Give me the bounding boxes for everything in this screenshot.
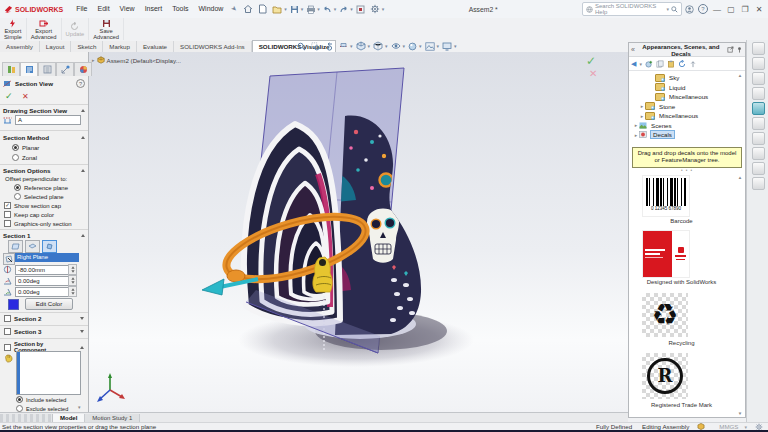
collapse-pane-icon[interactable]: « (631, 46, 635, 53)
confirm-cancel-button[interactable]: ✕ (589, 68, 597, 79)
menu-view[interactable]: View (115, 0, 140, 18)
offset-spinner[interactable] (68, 264, 77, 275)
status-units[interactable]: MMGS (719, 423, 738, 430)
tree-scroll-up-icon[interactable]: ▲ (736, 73, 744, 78)
help-icon[interactable]: ? (696, 0, 710, 18)
tab-configuration-manager[interactable] (38, 62, 56, 76)
x-rotation-input[interactable]: 0.00deg (15, 276, 71, 286)
tab-evaluate[interactable]: Evaluate (137, 41, 174, 52)
component-selection-list[interactable] (16, 351, 81, 395)
tab-solidworks-addins[interactable]: SOLIDWORKS Add-Ins (174, 41, 252, 52)
search-box[interactable]: Search SOLIDWORKS Help ▾ (582, 2, 682, 16)
tab-display-manager[interactable] (74, 62, 92, 76)
tree-item-scenes[interactable]: ▸Scenes (629, 121, 745, 131)
x-rotation-spinner[interactable] (68, 275, 77, 286)
add-appearance-icon[interactable] (645, 60, 653, 68)
design-library-tab[interactable] (752, 57, 765, 70)
apply-scene-icon[interactable] (425, 42, 435, 51)
open-icon[interactable] (271, 3, 284, 16)
tab-markup[interactable]: Markup (103, 41, 137, 52)
hud-caret-3[interactable]: ▾ (385, 43, 388, 49)
print-caret[interactable]: ▾ (317, 6, 320, 12)
decal-barcode[interactable]: 0 12345 67890 (642, 175, 690, 217)
tab-9[interactable] (752, 162, 765, 175)
menu-tools[interactable]: Tools (167, 0, 193, 18)
tree-item-sky[interactable]: Sky (629, 73, 745, 83)
paste-appearance-icon[interactable] (667, 60, 675, 68)
decal-registered-trade-mark[interactable]: R (642, 353, 688, 399)
tab-10[interactable] (752, 177, 765, 190)
close-button[interactable]: ✕ (752, 0, 766, 18)
save-advanced-button[interactable]: SaveAdvanced (89, 18, 124, 40)
y-rotation-spinner[interactable] (68, 286, 77, 297)
menu-file[interactable]: File (71, 0, 92, 18)
menu-insert[interactable]: Insert (140, 0, 168, 18)
front-plane-button[interactable] (8, 240, 23, 253)
gallery-scroll-down-icon[interactable]: ▼ (736, 411, 744, 416)
hud-caret-7[interactable]: ▾ (454, 43, 457, 49)
menu-window[interactable]: Window (193, 0, 228, 18)
group-section-method[interactable]: Section Method (3, 134, 85, 141)
confirm-ok-button[interactable]: ✓ (586, 54, 596, 68)
tree-item-decals[interactable]: ▸Decals (629, 130, 745, 140)
search-scope-caret[interactable]: ▾ (666, 6, 669, 12)
maximize-button[interactable]: ▢ (724, 0, 738, 18)
zoom-area-icon[interactable] (311, 42, 320, 51)
hud-caret-1[interactable]: ▾ (350, 43, 353, 49)
edit-color-button[interactable]: Edit Color (25, 298, 73, 310)
tree-item-miscellaneous-2[interactable]: ▸Miscellaneous (629, 111, 745, 121)
save-icon[interactable] (288, 3, 301, 16)
checkbox-keep-cap-color[interactable]: Keep cap color (4, 211, 54, 218)
group-section-2[interactable]: Section 2 (4, 315, 84, 322)
section-view-icon[interactable] (339, 42, 348, 51)
hide-show-items-icon[interactable] (391, 42, 401, 50)
panel-scroll-down-icon[interactable]: ▾ (78, 404, 81, 410)
pm-help-icon[interactable]: ? (76, 79, 85, 88)
home-icon[interactable] (241, 3, 254, 16)
options-gear-icon[interactable] (369, 3, 382, 16)
back-icon[interactable]: ◀ (631, 60, 636, 68)
tab-featuremanager-tree[interactable] (2, 62, 20, 76)
pm-ok-button[interactable]: ✓ (5, 91, 13, 101)
section-color-swatch[interactable] (8, 299, 19, 310)
view-palette-tab[interactable] (752, 87, 765, 100)
previous-view-icon[interactable] (325, 42, 334, 51)
pin-menu-icon[interactable]: ➤ (229, 4, 239, 14)
menu-edit[interactable]: Edit (93, 0, 115, 18)
hud-caret-2[interactable]: ▾ (368, 43, 371, 49)
radio-exclude-selected[interactable]: Exclude selected (16, 405, 68, 412)
search-input[interactable]: Search SOLIDWORKS Help (595, 3, 664, 15)
group-section-1[interactable]: Section 1 (3, 232, 85, 239)
breadcrumb-expander-icon[interactable]: ▸ (92, 57, 95, 63)
edit-appearance-icon[interactable] (408, 42, 417, 51)
breadcrumb[interactable]: ▸ Assem2 (Default<Display... (92, 56, 181, 64)
group-drawing-section-view[interactable]: Drawing Section View (3, 107, 85, 114)
view-settings-icon[interactable] (442, 42, 452, 51)
tab-property-manager[interactable] (20, 62, 38, 76)
radio-zonal[interactable]: Zonal (12, 154, 37, 161)
radio-planar[interactable]: Planar (12, 144, 39, 151)
radio-reference-plane[interactable]: Reference plane (14, 184, 68, 191)
file-explorer-tab[interactable] (752, 72, 765, 85)
hud-caret-4[interactable]: ▾ (403, 43, 406, 49)
up-one-level-icon[interactable] (689, 60, 697, 68)
tab-sketch[interactable]: Sketch (71, 41, 103, 52)
tree-item-liquid[interactable]: Liquid (629, 83, 745, 93)
hud-caret-6[interactable]: ▾ (437, 43, 440, 49)
radio-include-selected[interactable]: Include selected (16, 396, 66, 403)
hud-caret-5[interactable]: ▾ (419, 43, 422, 49)
copy-appearance-icon[interactable] (656, 60, 664, 68)
view-orientation-cube-icon[interactable] (356, 41, 366, 51)
y-rotation-input[interactable]: 0.00deg (15, 287, 71, 297)
refresh-icon[interactable] (678, 60, 686, 68)
export-advanced-button[interactable]: ExportAdvanced (27, 18, 62, 40)
redo-caret[interactable]: ▾ (350, 6, 353, 12)
rebuild-icon[interactable] (354, 3, 367, 16)
3d-viewport[interactable]: ▸ Assem2 (Default<Display... ✓ ✕ (88, 52, 628, 412)
redo-icon[interactable] (337, 3, 350, 16)
undo-icon[interactable] (321, 3, 334, 16)
minimize-button[interactable]: — (710, 0, 724, 18)
new-document-icon[interactable] (256, 3, 269, 16)
reference-plane-picker[interactable] (3, 253, 15, 265)
display-style-icon[interactable] (373, 41, 383, 51)
